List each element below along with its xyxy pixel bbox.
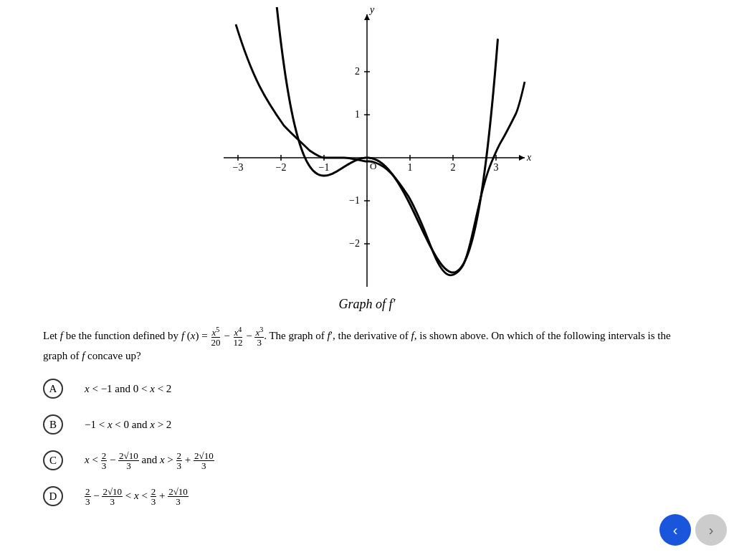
option-d-row: D 23 − 2√103 < x < 23 + 2√103 — [43, 486, 691, 506]
graph-container: −3 −2 −1 1 2 3 2 — [195, 7, 539, 294]
nav-buttons: ‹ › — [659, 514, 727, 546]
options-container: A x < −1 and 0 < x < 2 B −1 < x < 0 and … — [43, 379, 691, 506]
graph-label: Graph of f′ — [339, 297, 396, 312]
option-a-row: A x < −1 and 0 < x < 2 — [43, 379, 691, 399]
option-a-circle[interactable]: A — [43, 379, 63, 399]
graph-curve-svg: (function() { // f'(x) = x^4/4 - x^3/3 -… — [195, 7, 539, 294]
option-d-text: 23 − 2√103 < x < 23 + 2√103 — [85, 487, 189, 506]
next-button[interactable]: › — [695, 514, 727, 546]
option-b-row: B −1 < x < 0 and x > 2 — [43, 414, 691, 435]
option-d-circle[interactable]: D — [43, 486, 63, 506]
option-c-row: C x < 23 − 2√103 and x > 23 + 2√103 — [43, 450, 691, 470]
question-text: Let f be the function defined by f (x) =… — [43, 326, 691, 364]
option-b-circle[interactable]: B — [43, 414, 63, 435]
option-b-text: −1 < x < 0 and x > 2 — [85, 419, 171, 431]
prev-button[interactable]: ‹ — [659, 514, 691, 546]
graph-section: −3 −2 −1 1 2 3 2 — [22, 7, 712, 312]
option-c-text: x < 23 − 2√103 and x > 23 + 2√103 — [85, 451, 214, 470]
option-a-text: x < −1 and 0 < x < 2 — [85, 383, 171, 395]
option-c-circle[interactable]: C — [43, 450, 63, 470]
